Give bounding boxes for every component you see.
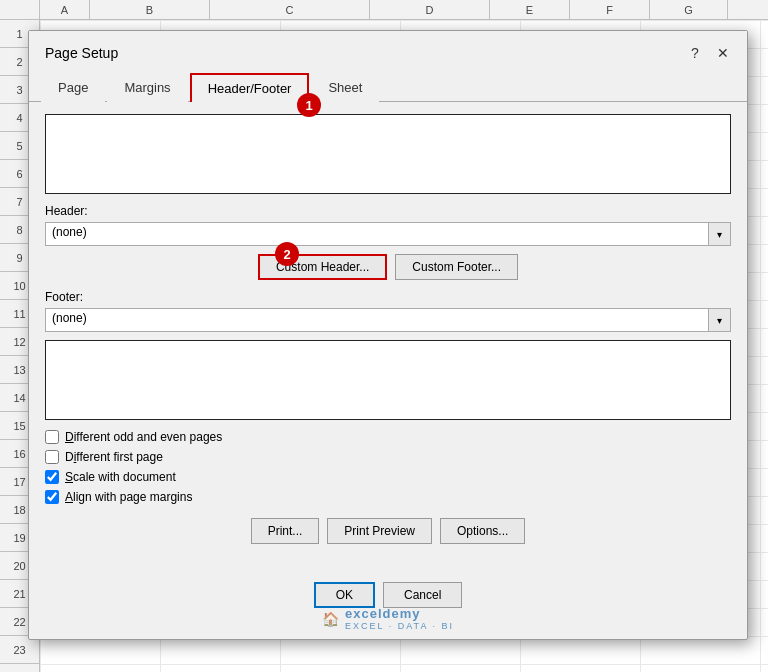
footer-preview-box [45, 340, 731, 420]
align-label: Align with page margins [65, 490, 192, 504]
first-page-label: Different first page [65, 450, 163, 464]
odd-even-checkbox[interactable] [45, 430, 59, 444]
help-button[interactable]: ? [683, 41, 707, 65]
dialog-title: Page Setup [45, 45, 118, 61]
header-select-row: (none) ▾ [45, 222, 731, 246]
header-select-arrow[interactable]: ▾ [709, 222, 731, 246]
cancel-button[interactable]: Cancel [383, 582, 462, 608]
badge-2: 2 [275, 242, 299, 266]
odd-even-label: Different odd and even pages [65, 430, 222, 444]
custom-buttons-row: Custom Header... Custom Footer... [45, 254, 731, 280]
checkbox-odd-even: Different odd and even pages [45, 430, 731, 444]
tab-bar: Page Margins Header/Footer Sheet [29, 73, 747, 102]
tab-margins[interactable]: Margins [107, 73, 187, 102]
tab-page[interactable]: Page [41, 73, 105, 102]
ok-button[interactable]: OK [314, 582, 375, 608]
tab-sheet[interactable]: Sheet [311, 73, 379, 102]
corner-cell [0, 0, 40, 19]
watermark-subtitle: EXCEL · DATA · BI [345, 621, 454, 631]
row-23: 23 [0, 636, 39, 664]
col-f: F [570, 0, 650, 19]
header-preview-box [45, 114, 731, 194]
header-select[interactable]: (none) [45, 222, 709, 246]
footer-label: Footer: [45, 290, 731, 304]
tab-header-footer[interactable]: Header/Footer [190, 73, 310, 102]
col-a: A [40, 0, 90, 19]
footer-select-arrow[interactable]: ▾ [709, 308, 731, 332]
options-button[interactable]: Options... [440, 518, 525, 544]
col-c: C [210, 0, 370, 19]
page-setup-dialog: Page Setup ? ✕ Page Margins Header/Foote… [28, 30, 748, 640]
print-button[interactable]: Print... [251, 518, 320, 544]
column-headers: A B C D E F G [0, 0, 768, 20]
align-checkbox[interactable] [45, 490, 59, 504]
checkbox-align: Align with page margins [45, 490, 731, 504]
col-e: E [490, 0, 570, 19]
badge-1: 1 [297, 93, 321, 117]
col-d: D [370, 0, 490, 19]
print-preview-button[interactable]: Print Preview [327, 518, 432, 544]
checkbox-first-page: Different first page [45, 450, 731, 464]
dialog-titlebar: Page Setup ? ✕ [29, 31, 747, 73]
watermark: 🏠 exceldemy EXCEL · DATA · BI [29, 606, 747, 631]
dialog-content: Header: (none) ▾ 2 Custom Header... Cust… [29, 102, 747, 566]
col-g: G [650, 0, 728, 19]
checkbox-scale: Scale with document [45, 470, 731, 484]
first-page-checkbox[interactable] [45, 450, 59, 464]
footer-buttons: OK Cancel [29, 582, 747, 608]
custom-footer-button[interactable]: Custom Footer... [395, 254, 518, 280]
dialog-controls: ? ✕ [683, 41, 735, 65]
footer-select-row: (none) ▾ [45, 308, 731, 332]
watermark-brand: exceldemy [345, 606, 454, 621]
scale-label: Scale with document [65, 470, 176, 484]
header-label: Header: [45, 204, 731, 218]
col-b: B [90, 0, 210, 19]
scale-checkbox[interactable] [45, 470, 59, 484]
footer-select[interactable]: (none) [45, 308, 709, 332]
watermark-content: exceldemy EXCEL · DATA · BI [345, 606, 454, 631]
action-buttons-row: Print... Print Preview Options... [45, 518, 731, 544]
close-button[interactable]: ✕ [711, 41, 735, 65]
watermark-icon: 🏠 [322, 611, 339, 627]
